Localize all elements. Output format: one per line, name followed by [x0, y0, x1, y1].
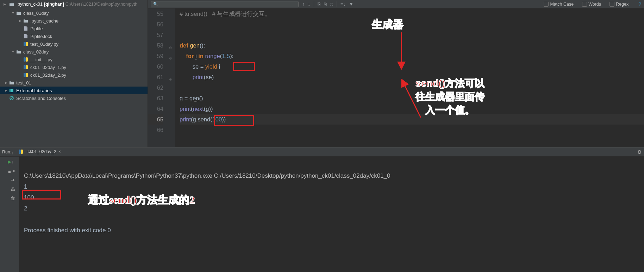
line-number: 57	[148, 30, 163, 40]
help-icon[interactable]: ?	[638, 1, 641, 7]
line-number: 59	[148, 51, 163, 61]
lib-icon	[8, 88, 15, 93]
run-tab-label: ck01_02day_2	[27, 149, 56, 154]
console-line: Process finished with exit code 0	[24, 227, 111, 234]
tree-item[interactable]: ck01_02day_1.py	[0, 63, 148, 71]
trash-icon[interactable]: 🗑	[10, 195, 15, 201]
fold-icon[interactable]: ⊖	[169, 53, 172, 64]
line-number: 62	[148, 82, 163, 93]
scratch-icon	[8, 95, 15, 101]
tree-item[interactable]: ▶External Libraries	[0, 87, 148, 94]
console-line: 1	[24, 183, 27, 190]
wrap-icon[interactable]: ⇥	[10, 168, 15, 173]
file-tree[interactable]: ▼class_01day▶.pytest_cachePipfilePipfile…	[0, 8, 148, 147]
line-number: 58	[148, 40, 163, 51]
line-number: 63	[148, 93, 163, 103]
tree-item-label: Pipfile	[30, 26, 43, 31]
fold-end-icon[interactable]: ⊕	[169, 74, 172, 85]
tree-item-label: class_02day	[23, 49, 49, 55]
tree-item-label: ck01_02day_2.py	[30, 72, 66, 78]
filter-down-icon[interactable]: ≡↓	[340, 1, 345, 7]
add-selection-icon[interactable]: ⎘	[318, 1, 320, 7]
code-line: # tu.send() # 与生成器进行交互。	[180, 11, 271, 17]
annotation-output: 通过send()方法生成的2	[88, 195, 195, 205]
line-number: 60	[148, 61, 163, 72]
words-checkbox[interactable]: Words	[582, 2, 601, 7]
py-icon	[23, 41, 29, 47]
tree-item-label: .pytest_cache	[30, 18, 58, 24]
chevron-right-icon[interactable]: ▶	[2, 2, 7, 6]
tree-item[interactable]: ▶.pytest_cache	[0, 17, 148, 25]
folder-icon	[15, 49, 22, 55]
chevron-icon[interactable]: ▶	[18, 19, 23, 23]
fold-gutter: ⊖ ⊖ ⊕	[168, 8, 175, 147]
tree-item-label: ck01_02day_1.py	[30, 65, 66, 70]
code-body[interactable]: # tu.send() # 与生成器进行交互。 def gen(): for i…	[175, 8, 644, 147]
breadcrumb: ▶ python_ck01 [qinghan] C:\Users\18210\D…	[0, 0, 148, 8]
line-number: 66	[148, 125, 163, 135]
tree-item[interactable]: ck01_02day_2.py	[0, 71, 148, 79]
find-bar: 🔍 ↑ ↓ ⎘ ⎗ ⎌ ≡↓ ▼ Match Case Words Regex …	[148, 0, 644, 8]
chevron-icon[interactable]: ▼	[11, 50, 15, 53]
down-icon[interactable]: ↓	[10, 159, 15, 164]
run-panel: Run: ck01_02day_2 × ⚙ ▶ ■ ↑ ↓ ⇥ ➜ 🖶 🗑 C:…	[0, 147, 644, 272]
tree-item[interactable]: ▼class_02day	[0, 48, 148, 56]
tree-item[interactable]: ▼class_01day	[0, 9, 148, 17]
console-line: 100	[24, 194, 34, 201]
print-icon[interactable]: 🖶	[10, 186, 15, 192]
py-icon	[23, 64, 29, 70]
console-output[interactable]: C:\Users\18210\AppData\Local\Programs\Py…	[19, 157, 644, 272]
console-command: C:\Users\18210\AppData\Local\Programs\Py…	[24, 172, 390, 179]
tree-item-label: test_01	[16, 80, 31, 86]
line-number: 61	[148, 72, 163, 82]
remove-selection-icon[interactable]: ⎌	[330, 1, 333, 7]
tree-item-label: __init__.py	[30, 57, 52, 62]
project-branch-label: [qinghan]	[44, 2, 64, 7]
folder-icon	[8, 80, 15, 86]
prev-match-icon[interactable]: ↑	[302, 1, 305, 7]
folder-icon	[23, 18, 29, 24]
search-icon: 🔍	[153, 2, 158, 6]
chevron-icon[interactable]: ▶	[4, 89, 8, 92]
file-icon	[23, 26, 29, 31]
regex-checkbox[interactable]: Regex	[609, 2, 629, 7]
chevron-icon[interactable]: ▼	[11, 11, 15, 15]
py-icon	[23, 72, 29, 78]
project-root-label: python_ck01	[18, 2, 43, 7]
tree-item-label: class_01day	[23, 11, 49, 16]
line-number: 65	[148, 114, 163, 125]
tree-item[interactable]: __init__.py	[0, 56, 148, 63]
chevron-icon[interactable]: ▶	[4, 81, 8, 84]
tree-item-label: Pipfile.lock	[30, 34, 52, 39]
run-header: Run: ck01_02day_2 × ⚙	[0, 147, 644, 157]
search-input[interactable]: 🔍	[151, 1, 299, 7]
select-all-icon[interactable]: ⎗	[324, 1, 327, 7]
line-number: 56	[148, 19, 163, 30]
match-case-checkbox[interactable]: Match Case	[544, 2, 574, 7]
run-tab[interactable]: ck01_02day_2 ×	[15, 148, 64, 156]
export-icon[interactable]: ➜	[10, 177, 15, 183]
tree-item[interactable]: Scratches and Consoles	[0, 94, 148, 102]
filter-icon[interactable]: ▼	[349, 1, 354, 7]
next-match-icon[interactable]: ↓	[308, 1, 311, 7]
code-editor[interactable]: 555657585960616263646566 ⊖ ⊖ ⊕ # tu.send…	[148, 8, 644, 147]
tree-item[interactable]: Pipfile	[0, 25, 148, 32]
file-icon	[23, 33, 29, 39]
fold-icon[interactable]: ⊖	[169, 43, 172, 53]
line-number: 55	[148, 8, 163, 19]
tree-item[interactable]: test_01day.py	[0, 40, 148, 48]
tree-item-label: External Libraries	[16, 88, 52, 93]
close-icon[interactable]: ×	[58, 149, 61, 154]
project-tree-panel: ▶ python_ck01 [qinghan] C:\Users\18210\D…	[0, 0, 148, 147]
folder-icon	[15, 10, 22, 16]
console-line: 2	[24, 205, 27, 212]
tree-item-label: Scratches and Consoles	[16, 96, 66, 101]
gear-icon[interactable]: ⚙	[637, 149, 642, 155]
py-icon	[23, 57, 29, 62]
tree-item[interactable]: Pipfile.lock	[0, 32, 148, 40]
tree-item[interactable]: ▶test_01	[0, 79, 148, 87]
line-number: 64	[148, 103, 163, 114]
tree-item-label: test_01day.py	[30, 42, 58, 47]
line-gutter: 555657585960616263646566	[148, 8, 168, 147]
up-icon[interactable]: ↑	[10, 150, 15, 155]
